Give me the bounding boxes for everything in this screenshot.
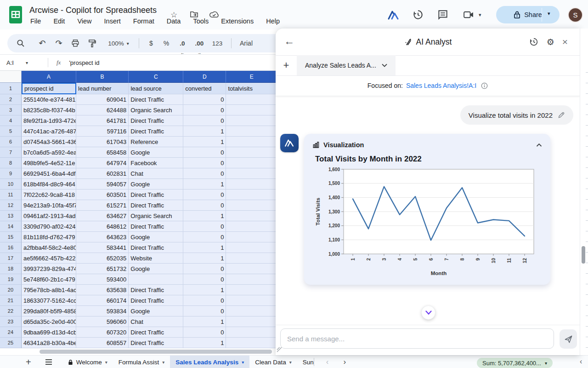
- cell[interactable]: 1: [183, 338, 226, 348]
- cell[interactable]: 94e213a9-10fa-45f7: [22, 200, 76, 211]
- cell[interactable]: [226, 179, 277, 190]
- cell[interactable]: [226, 200, 277, 211]
- row-number[interactable]: 25: [0, 338, 22, 348]
- cell[interactable]: 3309d790-af02-424: [22, 221, 76, 232]
- cell[interactable]: [226, 105, 277, 115]
- sheet-tab-welcome[interactable]: Welcome▾: [62, 356, 113, 368]
- panel-corner-resize-handle[interactable]: [277, 347, 282, 352]
- cell[interactable]: Chat: [129, 316, 183, 327]
- cell[interactable]: lead number: [76, 83, 129, 94]
- version-history-icon[interactable]: [412, 9, 424, 21]
- cell[interactable]: Google: [129, 306, 183, 316]
- row-number[interactable]: 13: [0, 211, 22, 221]
- cell[interactable]: 0: [183, 168, 226, 179]
- row-number[interactable]: 24: [0, 327, 22, 338]
- row-number[interactable]: 2: [0, 94, 22, 105]
- cell[interactable]: Organic Search: [129, 211, 183, 221]
- row-number[interactable]: 22: [0, 306, 22, 316]
- cell[interactable]: 0: [183, 94, 226, 105]
- cell[interactable]: 0: [183, 295, 226, 306]
- menu-edit[interactable]: Edit: [53, 17, 65, 25]
- cell[interactable]: Direct Traffic: [129, 115, 183, 126]
- chat-tab[interactable]: Analyze Sales Leads A...: [297, 55, 396, 75]
- column-header-e[interactable]: E: [226, 71, 277, 83]
- redo-icon[interactable]: ↷: [51, 34, 67, 52]
- cell[interactable]: 593400: [76, 274, 129, 285]
- cell[interactable]: 593834: [76, 306, 129, 316]
- cell[interactable]: 635638: [76, 285, 129, 295]
- menu-extensions[interactable]: Extensions: [221, 17, 254, 25]
- arcwise-logo-icon[interactable]: [387, 9, 400, 21]
- cell[interactable]: 615271: [76, 200, 129, 211]
- cell[interactable]: [226, 211, 277, 221]
- cell[interactable]: [226, 316, 277, 327]
- cell[interactable]: 0: [183, 264, 226, 274]
- row-number[interactable]: 21: [0, 295, 22, 306]
- cell[interactable]: d07454a3-5661-436: [22, 137, 76, 147]
- row-number[interactable]: 8: [0, 158, 22, 168]
- cell[interactable]: 597116: [76, 126, 129, 137]
- row-number[interactable]: 10: [0, 179, 22, 190]
- comments-icon[interactable]: [437, 9, 449, 21]
- cell[interactable]: 651732: [76, 264, 129, 274]
- cell[interactable]: Facebook: [129, 158, 183, 168]
- cell[interactable]: 0: [183, 232, 226, 242]
- cell[interactable]: Direct Traffic: [129, 327, 183, 338]
- settings-gear-icon[interactable]: ⚙: [547, 37, 554, 47]
- row-number[interactable]: 12: [0, 200, 22, 211]
- cell[interactable]: 607320: [76, 327, 129, 338]
- row-number[interactable]: 11: [0, 190, 22, 200]
- cell[interactable]: [226, 295, 277, 306]
- cell[interactable]: lead source: [129, 83, 183, 94]
- cell[interactable]: 641781: [76, 115, 129, 126]
- cell[interactable]: Chat: [129, 168, 183, 179]
- menu-insert[interactable]: Insert: [104, 17, 121, 25]
- cell[interactable]: Direct Traffic: [129, 338, 183, 348]
- cell[interactable]: [226, 253, 277, 264]
- cell[interactable]: 81b118fd-d762-479: [22, 232, 76, 242]
- account-avatar[interactable]: S: [568, 7, 583, 23]
- row-number[interactable]: 4: [0, 115, 22, 126]
- cell[interactable]: 648612: [76, 221, 129, 232]
- cell[interactable]: 0: [183, 200, 226, 211]
- row-number[interactable]: 20: [0, 285, 22, 295]
- row-number[interactable]: 3: [0, 105, 22, 115]
- row-number[interactable]: 16: [0, 242, 22, 253]
- chat-history-icon[interactable]: [529, 37, 539, 47]
- cell[interactable]: 0: [183, 147, 226, 158]
- menu-data[interactable]: Data: [167, 17, 181, 25]
- cell[interactable]: 608557: [76, 338, 129, 348]
- sum-indicator[interactable]: Sum: 5,707,362,400... ▾: [477, 358, 553, 368]
- column-header-b[interactable]: B: [76, 71, 129, 83]
- cell[interactable]: 0: [183, 158, 226, 168]
- cell[interactable]: 0: [183, 190, 226, 200]
- row-number[interactable]: 17: [0, 253, 22, 264]
- cell[interactable]: [226, 285, 277, 295]
- cell[interactable]: totalvisits: [226, 83, 277, 94]
- cell[interactable]: Reference: [129, 137, 183, 147]
- cell[interactable]: 1: [183, 179, 226, 190]
- cell[interactable]: converted: [183, 83, 226, 94]
- cell[interactable]: 255140fe-e374-481: [22, 94, 76, 105]
- cell[interactable]: 652035: [76, 253, 129, 264]
- cell[interactable]: 66929451-6ba4-4df: [22, 168, 76, 179]
- cell[interactable]: 7f022c62-9ca8-418: [22, 190, 76, 200]
- row-number[interactable]: 5: [0, 126, 22, 137]
- focused-range-link[interactable]: Sales Leads Analysis!A:I: [406, 82, 476, 89]
- cell[interactable]: [129, 274, 183, 285]
- cell[interactable]: [226, 126, 277, 137]
- cell[interactable]: 0: [183, 306, 226, 316]
- cell[interactable]: 647974: [76, 158, 129, 168]
- active-cell-a1[interactable]: prospect id: [22, 83, 76, 94]
- format-currency-button[interactable]: $: [144, 34, 158, 52]
- cell[interactable]: 299da80f-b5f9-4858: [22, 306, 76, 316]
- cloud-saved-icon[interactable]: [209, 11, 219, 18]
- search-icon[interactable]: [7, 34, 34, 52]
- cell[interactable]: Direct Traffic: [129, 221, 183, 232]
- all-sheets-icon[interactable]: [45, 359, 52, 365]
- format-percent-button[interactable]: %: [158, 34, 174, 52]
- scroll-to-bottom-button[interactable]: [421, 305, 435, 320]
- vertical-scrollbar[interactable]: [582, 246, 585, 264]
- sheet-tab-clean-data[interactable]: Clean Data▾: [249, 356, 297, 368]
- cell[interactable]: [226, 232, 277, 242]
